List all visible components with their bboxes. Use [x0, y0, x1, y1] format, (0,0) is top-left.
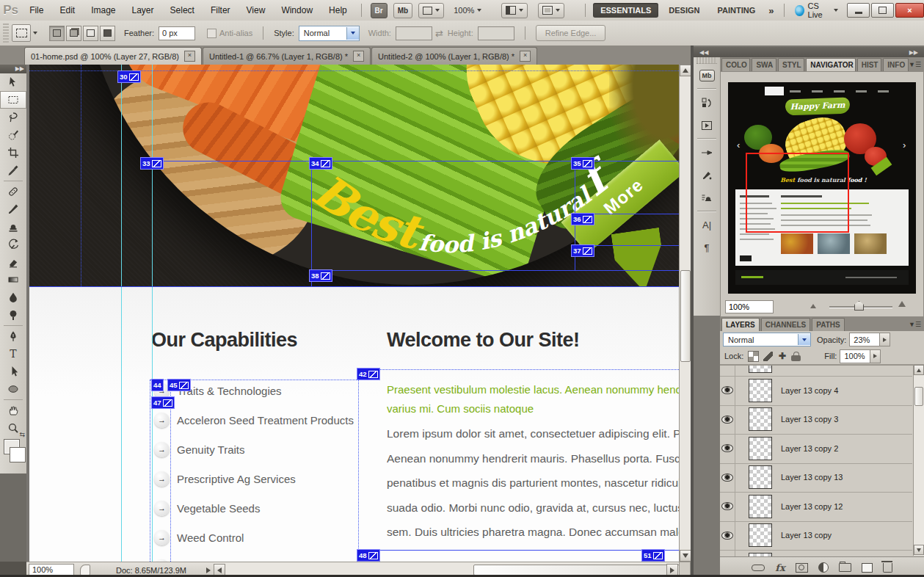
link-dimensions-icon[interactable]: ⇄ [435, 28, 443, 39]
mini-bridge-panel-icon[interactable]: Mb [694, 64, 720, 87]
delete-layer-button[interactable] [883, 563, 892, 573]
launch-mini-bridge-button[interactable]: Mb [393, 3, 412, 18]
menu-help[interactable]: Help [321, 1, 355, 21]
scroll-up-button[interactable] [914, 365, 924, 375]
slice-badge[interactable]: 51 [641, 549, 665, 562]
doc-tab-01-home[interactable]: 01-home.psd @ 100% (Layer 27, RGB/8) × [24, 47, 202, 65]
doc-tab-untitled-1[interactable]: Untitled-1 @ 66.7% (Layer 1, RGB/8) * × [203, 47, 371, 65]
layer-row-partial[interactable] [720, 550, 912, 556]
tab-navigator[interactable]: NAVIGATOR [806, 58, 855, 71]
tab-histogram[interactable]: HIST [857, 58, 882, 71]
arrange-documents-button[interactable] [501, 3, 528, 18]
layer-row[interactable]: Layer 13 copy 3 [720, 405, 912, 435]
panel-menu-icon[interactable]: ▼☰ [909, 321, 921, 328]
brush-panel-icon[interactable] [694, 141, 720, 164]
lock-all-icon[interactable] [791, 355, 801, 361]
visibility-cell[interactable] [720, 376, 735, 405]
workspace-essentials[interactable]: ESSENTIALS [593, 3, 658, 18]
new-layer-button[interactable] [862, 563, 873, 573]
swap-colors-icon[interactable]: ⇆ [19, 431, 25, 438]
scroll-up-button[interactable] [680, 65, 691, 76]
opacity-spinner[interactable] [879, 333, 890, 346]
menu-window[interactable]: Window [273, 1, 321, 21]
move-tool[interactable] [0, 73, 26, 91]
feather-input[interactable]: 0 px [159, 26, 195, 40]
selection-intersect-button[interactable] [100, 26, 115, 41]
slice-badge[interactable]: 30 [117, 70, 141, 83]
visibility-cell[interactable] [720, 434, 735, 463]
slice-badge[interactable]: 37 [571, 244, 594, 257]
menu-image[interactable]: Image [83, 1, 123, 21]
layer-row-partial[interactable] [720, 365, 912, 377]
selection-subtract-button[interactable] [83, 26, 98, 41]
eye-icon[interactable] [721, 444, 733, 452]
lock-pixels-icon[interactable] [763, 352, 773, 361]
layer-style-button[interactable]: fx [775, 562, 785, 573]
dodge-tool[interactable] [0, 306, 26, 324]
menu-file[interactable]: File [21, 1, 51, 21]
shape-tool[interactable] [0, 380, 26, 398]
marquee-tool[interactable] [0, 91, 26, 109]
fill-field[interactable]: 100% [840, 349, 881, 363]
healing-brush-tool[interactable] [0, 183, 26, 200]
tab-info[interactable]: INFO [883, 58, 909, 71]
selection-new-button[interactable] [49, 26, 65, 41]
layer-row[interactable]: Layer 13 copy 12 [720, 492, 912, 522]
visibility-cell[interactable] [720, 521, 735, 551]
character-panel-icon[interactable]: A| [694, 214, 720, 236]
options-grip[interactable] [3, 23, 9, 43]
combo-arrow[interactable] [798, 334, 810, 345]
menu-view[interactable]: View [239, 1, 274, 21]
blur-tool[interactable] [0, 288, 26, 306]
visibility-cell[interactable] [720, 463, 735, 493]
collapse-right-icon[interactable]: ▶▶ [909, 49, 918, 56]
tool-preset-arrow[interactable] [33, 32, 37, 35]
blend-mode-dropdown[interactable]: Normal [723, 333, 811, 346]
anti-alias-checkbox[interactable] [207, 29, 217, 38]
adjustment-layer-button[interactable] [818, 562, 829, 573]
paragraph-panel-icon[interactable]: ¶ [694, 236, 720, 259]
history-panel-icon[interactable] [694, 91, 720, 114]
menu-layer[interactable]: Layer [124, 1, 162, 21]
navigator-view-box[interactable] [746, 153, 849, 233]
eye-icon[interactable] [721, 415, 733, 424]
tab-swatches[interactable]: SWA [752, 58, 776, 71]
eraser-tool[interactable] [0, 253, 26, 271]
canvas[interactable]: More Best food is natural food ! Our Cap… [29, 65, 679, 562]
minimize-button[interactable] [847, 3, 870, 18]
pen-tool[interactable] [0, 327, 26, 345]
layer-row[interactable]: Layer 13 copy 13 [720, 463, 912, 493]
brush-tool[interactable] [0, 200, 26, 218]
crop-tool[interactable] [0, 144, 26, 162]
menu-select[interactable]: Select [162, 1, 203, 21]
gradient-tool[interactable] [0, 271, 26, 288]
slice-badge[interactable]: 48 [357, 549, 380, 562]
actions-panel-icon[interactable] [694, 114, 720, 137]
launch-bridge-button[interactable]: Br [371, 3, 388, 18]
doc-tab-untitled-2[interactable]: Untitled-2 @ 100% (Layer 1, RGB/8) * × [371, 47, 537, 65]
lasso-tool[interactable] [0, 109, 26, 126]
navigator-zoom-input[interactable]: 100% [725, 300, 774, 313]
clone-source-panel-icon[interactable] [694, 186, 720, 209]
refine-edge-button[interactable]: Refine Edge... [536, 25, 606, 41]
zoom-out-icon[interactable] [810, 304, 816, 308]
menu-filter[interactable]: Filter [203, 1, 239, 21]
visibility-cell[interactable] [720, 405, 735, 435]
background-color-swatch[interactable] [10, 447, 26, 462]
panel-menu-icon[interactable]: ▼☰ [909, 61, 921, 68]
eye-icon[interactable] [721, 473, 733, 482]
slice-badge[interactable]: 42 [357, 368, 380, 380]
add-mask-button[interactable] [796, 563, 808, 573]
workspace-painting[interactable]: PAINTING [710, 3, 763, 18]
slice-badge[interactable]: 38 [309, 269, 332, 282]
slice-badge[interactable]: 45 [167, 379, 191, 391]
vertical-scrollbar[interactable] [679, 65, 691, 562]
hand-tool[interactable] [0, 402, 26, 419]
fill-spinner[interactable] [870, 350, 880, 363]
layer-row[interactable]: Layer 13 copy [720, 521, 912, 551]
eye-icon[interactable] [721, 531, 733, 540]
history-brush-tool[interactable] [0, 236, 26, 253]
status-menu-arrow[interactable] [206, 567, 211, 573]
link-layers-button[interactable] [752, 565, 765, 571]
visibility-cell[interactable] [720, 550, 735, 556]
